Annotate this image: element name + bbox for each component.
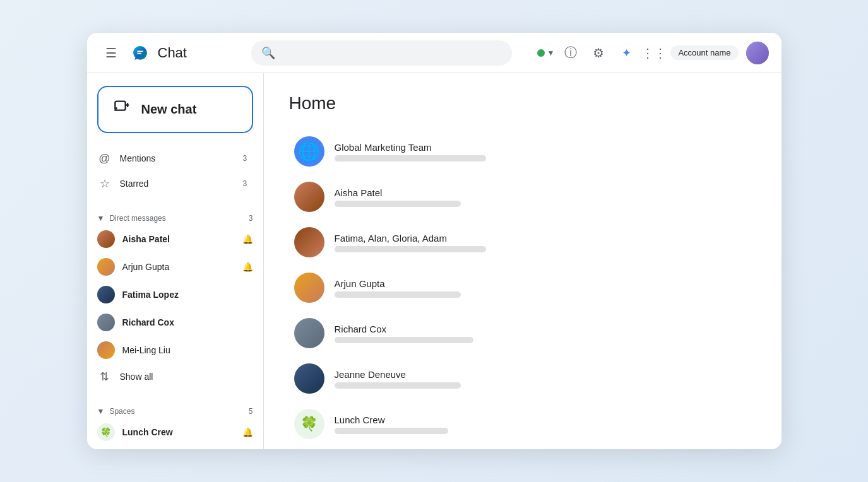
chat-item-global-marketing[interactable]: 🌐 Global Marketing Team <box>289 129 756 174</box>
direct-messages-header[interactable]: ▼ Direct messages 3 <box>87 206 263 225</box>
search-bar[interactable]: 🔍 <box>251 40 512 66</box>
chat-name-aisha: Aisha Patel <box>335 187 751 198</box>
chat-preview-lunch <box>335 428 448 434</box>
chat-info-arjun: Arjun Gupta <box>335 278 751 298</box>
gear-icon: ⚙ <box>593 45 604 61</box>
app-name: Chat <box>158 45 187 61</box>
spaces-header[interactable]: ▼ Spaces 5 <box>87 399 263 418</box>
spaces-collapse-icon: ▼ <box>97 407 105 416</box>
mentions-icon: @ <box>97 151 112 166</box>
sidebar: New chat @ Mentions 3 ☆ Starred 3 ▼ Dire… <box>87 73 264 449</box>
chat-avatar-group <box>294 227 324 257</box>
chat-info-lunch: Lunch Crew <box>335 414 751 434</box>
search-input[interactable] <box>280 48 502 58</box>
app-window: ☰ Chat 🔍 <box>87 33 782 449</box>
sidebar-item-mentions[interactable]: @ Mentions 3 <box>87 146 263 171</box>
avatar-fatima <box>97 286 115 303</box>
search-icon: 🔍 <box>261 46 275 60</box>
chat-preview-jeanne <box>335 382 461 389</box>
account-name: Account name <box>670 45 738 60</box>
status-indicator[interactable]: ▼ <box>537 49 555 57</box>
sidebar-item-global-marketing[interactable]: 🌐 Global Marketing Team 🔔 <box>87 446 263 449</box>
direct-messages-badge: 3 <box>249 214 253 223</box>
header-actions: ▼ ⓘ ⚙ ✦ ⋮⋮ Account name <box>537 42 769 64</box>
chat-item-group[interactable]: Fatima, Alan, Gloria, Adam <box>289 220 756 265</box>
google-chat-logo <box>130 43 150 63</box>
hamburger-icon: ☰ <box>105 45 117 61</box>
sidebar-item-aisha-patel[interactable]: Aisha Patel 🔔 <box>87 225 263 253</box>
chat-item-aisha[interactable]: Aisha Patel <box>289 174 756 220</box>
chat-name-global: Global Marketing Team <box>335 142 751 153</box>
starred-label: Starred <box>120 179 149 189</box>
sidebar-item-meiling-liu[interactable]: Mei-Ling Liu <box>87 336 263 364</box>
chevron-down-icon: ▼ <box>547 49 555 57</box>
chat-preview-arjun <box>335 291 461 298</box>
show-all-icon: ⇅ <box>97 369 112 384</box>
spaces-badge: 5 <box>249 407 253 416</box>
hamburger-button[interactable]: ☰ <box>100 42 122 64</box>
body: New chat @ Mentions 3 ☆ Starred 3 ▼ Dire… <box>87 73 782 449</box>
status-dot <box>537 49 545 57</box>
starred-badge: 3 <box>243 179 253 188</box>
chat-name-lunch: Lunch Crew <box>335 414 751 425</box>
main-content: Home 🌐 Global Marketing Team Aisha Patel <box>264 73 782 449</box>
bell-icon-arjun: 🔔 <box>242 262 253 272</box>
sidebar-item-show-all[interactable]: ⇅ Show all <box>87 364 263 389</box>
chat-item-richard[interactable]: Richard Cox <box>289 310 756 356</box>
chat-name-richard: Richard Cox <box>335 324 751 334</box>
avatar-aisha <box>97 230 115 248</box>
sidebar-item-arjun-gupta[interactable]: Arjun Gupta 🔔 <box>87 253 263 281</box>
chat-info-group: Fatima, Alan, Gloria, Adam <box>335 233 751 252</box>
avatar-arjun <box>97 258 115 276</box>
direct-messages-label: Direct messages <box>109 214 165 223</box>
chat-avatar-jeanne <box>294 363 324 394</box>
chat-item-lunch[interactable]: 🍀 Lunch Crew <box>289 401 756 447</box>
mentions-badge: 3 <box>243 154 253 163</box>
chat-preview-group <box>335 246 486 252</box>
help-button[interactable]: ⓘ <box>559 42 582 64</box>
new-chat-button[interactable]: New chat <box>97 86 253 133</box>
chat-info-global: Global Marketing Team <box>335 142 751 162</box>
chat-avatar-aisha <box>294 182 324 212</box>
chat-avatar-global: 🌐 <box>294 136 324 167</box>
mentions-label: Mentions <box>120 153 156 163</box>
header: ☰ Chat 🔍 <box>87 33 782 73</box>
avatar-lunch-crew: 🍀 <box>97 423 115 441</box>
header-left: ☰ Chat <box>100 42 226 64</box>
aisha-label: Aisha Patel <box>122 234 170 244</box>
chat-preview-richard <box>335 337 473 343</box>
new-chat-label: New chat <box>141 102 197 117</box>
chat-avatar-arjun <box>294 273 324 303</box>
user-avatar <box>746 42 769 64</box>
spaces-label: Spaces <box>109 407 134 416</box>
avatar-meiling <box>97 341 115 359</box>
chat-info-jeanne: Jeanne Deneuve <box>335 369 751 389</box>
gemini-button[interactable]: ✦ <box>615 42 638 64</box>
star-icon: ☆ <box>97 176 112 191</box>
user-avatar-button[interactable] <box>746 42 769 64</box>
help-icon: ⓘ <box>564 44 577 61</box>
gemini-icon: ✦ <box>622 46 631 60</box>
chat-item-arjun[interactable]: Arjun Gupta <box>289 265 756 310</box>
show-all-label: Show all <box>120 372 153 382</box>
fatima-label: Fatima Lopez <box>122 290 179 300</box>
home-title: Home <box>289 93 756 114</box>
meiling-label: Mei-Ling Liu <box>122 345 170 355</box>
new-chat-icon <box>114 98 131 120</box>
chat-item-jeanne[interactable]: Jeanne Deneuve <box>289 356 756 401</box>
sidebar-item-starred[interactable]: ☆ Starred 3 <box>87 171 263 196</box>
apps-grid-icon: ⋮⋮ <box>641 45 667 61</box>
sidebar-item-lunch-crew[interactable]: 🍀 Lunch Crew 🔔 <box>87 418 263 446</box>
chat-name-jeanne: Jeanne Deneuve <box>335 369 751 380</box>
chat-preview-aisha <box>335 201 461 207</box>
bell-icon-lunch: 🔔 <box>242 427 253 437</box>
chat-name-group: Fatima, Alan, Gloria, Adam <box>335 233 751 244</box>
chat-list: 🌐 Global Marketing Team Aisha Patel <box>289 129 756 447</box>
arjun-label: Arjun Gupta <box>122 262 170 272</box>
lunch-crew-label: Lunch Crew <box>122 427 173 437</box>
richard-label: Richard Cox <box>122 317 174 327</box>
sidebar-item-richard-cox[interactable]: Richard Cox <box>87 309 263 336</box>
sidebar-item-fatima-lopez[interactable]: Fatima Lopez <box>87 281 263 309</box>
settings-button[interactable]: ⚙ <box>587 42 610 64</box>
apps-button[interactable]: ⋮⋮ <box>643 42 665 64</box>
